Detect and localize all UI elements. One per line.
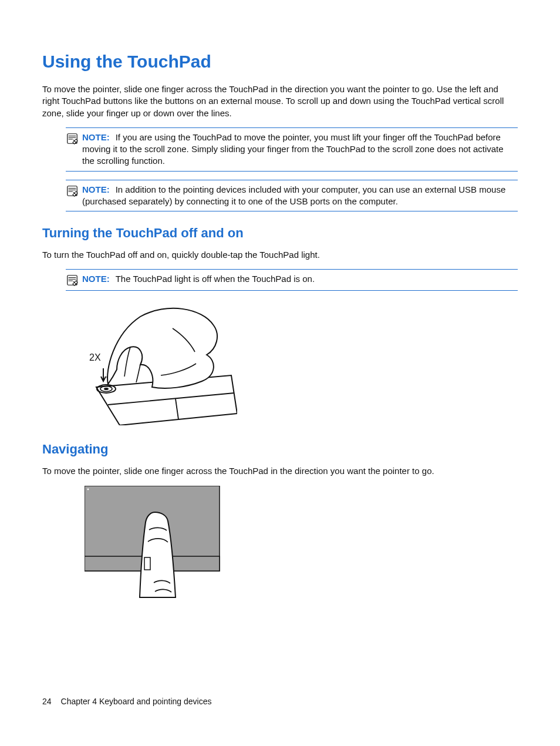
note-block: NOTE:If you are using the TouchPad to mo…	[66, 127, 518, 172]
section-heading-navigating: Navigating	[42, 442, 518, 457]
note-text: NOTE:If you are using the TouchPad to mo…	[82, 132, 518, 167]
svg-point-13	[87, 488, 89, 490]
note-text: NOTE:The TouchPad light is off when the …	[82, 273, 518, 285]
page-container: Using the TouchPad To move the pointer, …	[0, 0, 560, 746]
page-number: 24	[42, 697, 52, 706]
note-icon	[66, 132, 79, 145]
svg-line-8	[108, 393, 234, 405]
svg-rect-14	[144, 557, 150, 570]
svg-line-9	[176, 399, 178, 419]
section-body: To move the pointer, slide one finger ac…	[42, 465, 518, 477]
note-block: NOTE:The TouchPad light is off when the …	[66, 269, 518, 291]
section-heading-turning: Turning the TouchPad off and on	[42, 226, 518, 241]
note-icon	[66, 274, 79, 287]
section-body: To turn the TouchPad off and on, quickly…	[42, 249, 518, 261]
page-title: Using the TouchPad	[42, 52, 518, 72]
note-body: In addition to the pointing devices incl…	[82, 184, 505, 206]
note-text: NOTE:In addition to the pointing devices…	[82, 184, 518, 208]
chapter-label: Chapter 4 Keyboard and pointing devices	[61, 697, 212, 706]
intro-paragraph: To move the pointer, slide one finger ac…	[42, 83, 518, 119]
note-label: NOTE:	[82, 132, 110, 142]
page-footer: 24Chapter 4 Keyboard and pointing device…	[42, 697, 211, 706]
note-icon	[66, 184, 79, 197]
note-label: NOTE:	[82, 184, 110, 194]
note-body: The TouchPad light is off when the Touch…	[116, 274, 315, 284]
illustration-navigate	[85, 486, 518, 603]
svg-point-7	[104, 388, 109, 390]
note-block: NOTE:In addition to the pointing devices…	[66, 180, 518, 212]
illustration-double-tap: 2X	[85, 299, 518, 428]
note-body: If you are using the TouchPad to move th…	[82, 132, 504, 166]
note-label: NOTE:	[82, 274, 110, 284]
illus-label: 2X	[89, 352, 101, 362]
